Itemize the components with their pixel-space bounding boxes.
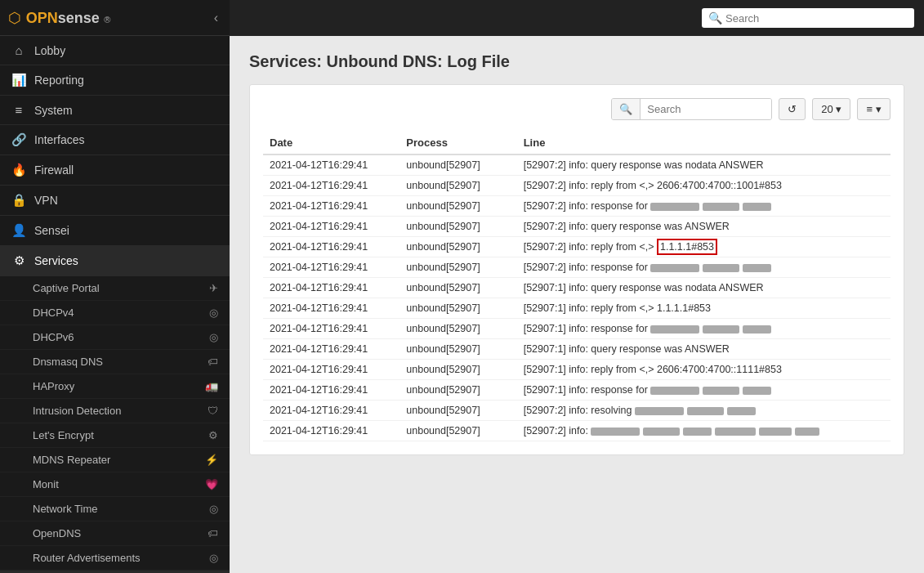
- cell-process: unbound[52907]: [400, 421, 516, 441]
- subnav-label: Captive Portal: [33, 282, 100, 294]
- sidebar-subitem-opendns[interactable]: OpenDNS 🏷: [0, 522, 230, 546]
- table-row: 2021-04-12T16:29:41unbound[52907][52907:…: [263, 298, 891, 319]
- sidebar-subitem-intrusion-detection[interactable]: Intrusion Detection 🛡: [0, 399, 230, 423]
- sidebar-item-sensei[interactable]: 👤 Sensei: [0, 216, 230, 246]
- log-search-button[interactable]: 🔍: [612, 99, 641, 119]
- mdns-icon: ⚡: [205, 454, 218, 466]
- sidebar-item-firewall[interactable]: 🔥 Firewall: [0, 155, 230, 186]
- blurred-content: [643, 428, 680, 436]
- firewall-icon: 🔥: [11, 163, 26, 177]
- log-toolbar: 🔍 ↺ 20 ▾ ≡ ▾: [263, 98, 891, 120]
- cell-date: 2021-04-12T16:29:41: [263, 217, 400, 237]
- blurred-content: [703, 203, 739, 211]
- intrusion-icon: 🛡: [208, 405, 218, 417]
- cell-date: 2021-04-12T16:29:41: [263, 298, 400, 319]
- cell-line: [52907:2] info: query response was ANSWE…: [517, 217, 891, 237]
- blurred-content: [703, 264, 739, 272]
- topbar: 🔍: [230, 0, 924, 36]
- blurred-content: [650, 325, 699, 334]
- blurred-content: [715, 428, 756, 436]
- cell-date: 2021-04-12T16:29:41: [263, 278, 400, 298]
- sidebar-subitem-dnsmasq[interactable]: Dnsmasq DNS 🏷: [0, 350, 230, 374]
- cell-process: unbound[52907]: [400, 154, 516, 176]
- blurred-content: [743, 203, 771, 211]
- sidebar-item-vpn[interactable]: 🔒 VPN: [0, 186, 230, 216]
- blurred-content: [650, 264, 699, 272]
- sidebar-item-interfaces[interactable]: 🔗 Interfaces: [0, 125, 230, 155]
- line-text: [52907:2] info: response for: [524, 200, 775, 212]
- log-search-box: 🔍: [611, 98, 772, 120]
- cell-line: [52907:2] info: reply from <,> 1.1.1.1#8…: [517, 237, 891, 257]
- sidebar-item-system[interactable]: ≡ System: [0, 96, 230, 125]
- log-count-button[interactable]: 20 ▾: [812, 98, 850, 120]
- refresh-icon: ↺: [788, 103, 797, 115]
- log-refresh-button[interactable]: ↺: [779, 98, 806, 120]
- main-content: 🔍 Services: Unbound DNS: Log File 🔍 ↺ 20…: [230, 0, 924, 573]
- blurred-content: [795, 428, 819, 436]
- cell-process: unbound[52907]: [400, 298, 516, 319]
- cell-line: [52907:2] info: response for: [517, 257, 891, 278]
- dhcpv4-icon: ◎: [209, 307, 218, 319]
- sidebar-subitem-haproxy[interactable]: HAProxy 🚛: [0, 374, 230, 399]
- subnav-label: Intrusion Detection: [33, 405, 121, 417]
- log-table-body: 2021-04-12T16:29:41unbound[52907][52907:…: [263, 154, 891, 441]
- col-date: Date: [263, 132, 400, 154]
- subnav-label: DHCPv6: [33, 331, 74, 343]
- cell-process: unbound[52907]: [400, 401, 516, 421]
- table-row: 2021-04-12T16:29:41unbound[52907][52907:…: [263, 196, 891, 217]
- highlighted-value: 1.1.1.1#853: [657, 239, 717, 255]
- col-line: Line: [517, 132, 891, 154]
- sidebar-item-lobby[interactable]: ⌂ Lobby: [0, 36, 230, 65]
- sidebar-item-services[interactable]: ⚙ Services: [0, 246, 230, 276]
- system-icon: ≡: [11, 103, 26, 117]
- log-columns-button[interactable]: ≡ ▾: [857, 98, 891, 120]
- sidebar-subitem-monit[interactable]: Monit 💗: [0, 472, 230, 497]
- sidebar-header: ⬡ OPNsense ® ‹: [0, 0, 230, 36]
- cell-line: [52907:2] info: resolving: [517, 401, 891, 421]
- sidebar-collapse-icon[interactable]: ‹: [211, 7, 221, 29]
- table-row: 2021-04-12T16:29:41unbound[52907][52907:…: [263, 401, 891, 421]
- line-text: [52907:2] info: resolving: [524, 405, 759, 416]
- sidebar-item-label: Reporting: [34, 74, 84, 87]
- opendns-icon: 🏷: [208, 527, 218, 539]
- blurred-content: [650, 387, 699, 395]
- cell-line: [52907:1] info: query response was ANSWE…: [517, 339, 891, 360]
- cell-process: unbound[52907]: [400, 380, 516, 401]
- subnav-label: Monit: [33, 478, 59, 490]
- table-row: 2021-04-12T16:29:41unbound[52907][52907:…: [263, 237, 891, 257]
- cell-line: [52907:1] info: query response was nodat…: [517, 278, 891, 298]
- col-process: Process: [400, 132, 516, 154]
- vpn-icon: 🔒: [11, 193, 26, 208]
- blurred-content: [635, 407, 684, 415]
- content-area: Services: Unbound DNS: Log File 🔍 ↺ 20 ▾…: [230, 36, 924, 573]
- sidebar-subitem-dhcpv4[interactable]: DHCPv4 ◎: [0, 301, 230, 325]
- cell-date: 2021-04-12T16:29:41: [263, 319, 400, 339]
- topbar-search-input[interactable]: [725, 12, 908, 25]
- cell-line: [52907:1] info: reply from <,> 1.1.1.1#8…: [517, 298, 891, 319]
- sidebar-item-label: Lobby: [34, 44, 65, 57]
- sidebar-subitem-mdns-repeater[interactable]: MDNS Repeater ⚡: [0, 448, 230, 472]
- sidebar-subitem-lets-encrypt[interactable]: Let's Encrypt ⚙: [0, 423, 230, 448]
- home-icon: ⌂: [11, 43, 26, 57]
- cell-process: unbound[52907]: [400, 278, 516, 298]
- cell-date: 2021-04-12T16:29:41: [263, 237, 400, 257]
- sidebar-subitem-dhcpv6[interactable]: DHCPv6 ◎: [0, 325, 230, 350]
- cell-date: 2021-04-12T16:29:41: [263, 421, 400, 441]
- cell-date: 2021-04-12T16:29:41: [263, 196, 400, 217]
- table-row: 2021-04-12T16:29:41unbound[52907][52907:…: [263, 176, 891, 196]
- cell-line: [52907:1] info: response for: [517, 380, 891, 401]
- sidebar-item-label: Sensei: [34, 224, 69, 237]
- line-text: [52907:1] info: response for: [524, 384, 775, 396]
- logo-icon: ⬡: [8, 10, 21, 26]
- cell-line: [52907:1] info: reply from <,> 2606:4700…: [517, 360, 891, 380]
- sidebar-subitem-network-time[interactable]: Network Time ◎: [0, 497, 230, 522]
- sidebar-subitem-captive-portal[interactable]: Captive Portal ✈: [0, 276, 230, 301]
- table-row: 2021-04-12T16:29:41unbound[52907][52907:…: [263, 380, 891, 401]
- sidebar-subitem-router-adv[interactable]: Router Advertisements ◎: [0, 546, 230, 571]
- log-search-input[interactable]: [641, 99, 771, 119]
- log-panel: 🔍 ↺ 20 ▾ ≡ ▾ Date P: [249, 84, 904, 455]
- cell-date: 2021-04-12T16:29:41: [263, 154, 400, 176]
- captive-portal-icon: ✈: [209, 282, 218, 294]
- sidebar-item-reporting[interactable]: 📊 Reporting: [0, 65, 230, 96]
- line-prefix: [52907:2] info: reply from <,>: [524, 241, 657, 253]
